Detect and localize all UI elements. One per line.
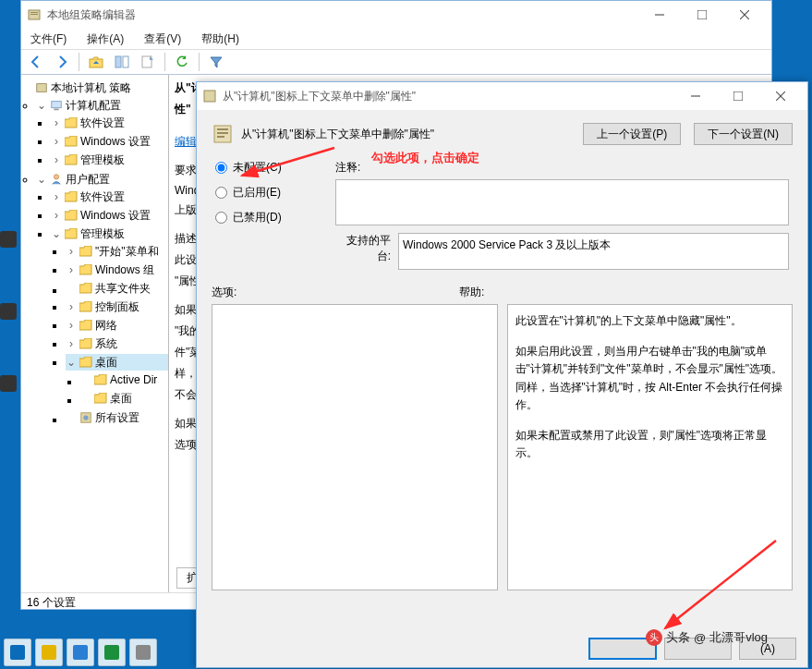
svg-rect-4 [697, 10, 707, 19]
tree-item[interactable]: 控制面板 [95, 299, 139, 315]
menubar: 文件(F) 操作(A) 查看(V) 帮助(H) [21, 29, 771, 49]
tree-item[interactable]: 网络 [95, 318, 117, 334]
tree-user-config[interactable]: 用户配置 [66, 172, 110, 188]
edit-link[interactable]: 编辑 [175, 135, 197, 148]
tree-item[interactable]: Windows 设置 [80, 134, 151, 150]
policy-icon [212, 123, 234, 145]
separator [79, 53, 79, 71]
radio-not-configured[interactable]: 未配置(C) [215, 160, 335, 176]
folder-icon [79, 283, 92, 294]
radio-label: 已启用(E) [233, 185, 281, 201]
taskbar-item[interactable] [67, 639, 94, 666]
dialog-title: 从"计算机"图标上下文菜单中删除"属性" [223, 89, 674, 104]
app-icon [27, 7, 42, 22]
folder-icon [65, 228, 78, 239]
menu-file[interactable]: 文件(F) [27, 30, 70, 49]
chevron-down-icon[interactable]: ⌄ [36, 100, 47, 111]
chevron-down-icon[interactable]: ⌄ [36, 174, 47, 185]
main-titlebar: 本地组策略编辑器 [21, 1, 771, 29]
tree-pane[interactable]: 本地计算机 策略 ⌄计算机配置 ›软件设置 ›Windows 设置 ›管理模板 … [21, 75, 169, 592]
refresh-button[interactable] [171, 51, 193, 73]
maximize-button[interactable] [717, 83, 759, 109]
taskbar-item[interactable] [4, 639, 31, 666]
annotation-text: 勾选此项，点击确定 [371, 150, 479, 166]
menu-help[interactable]: 帮助(H) [198, 30, 243, 49]
radio-enabled[interactable]: 已启用(E) [215, 185, 335, 201]
tree-item[interactable]: 管理模板 [80, 152, 125, 168]
folder-icon [94, 374, 107, 385]
watermark-icon: 头 [646, 629, 662, 646]
chevron-right-icon[interactable]: › [51, 136, 62, 147]
tree-item[interactable]: "开始"菜单和 [95, 244, 159, 260]
folder-icon [79, 320, 92, 331]
maximize-button[interactable] [681, 2, 723, 28]
svg-rect-17 [204, 91, 215, 102]
settings-icon [202, 89, 217, 103]
help-paragraph: 此设置在"计算机"的上下文菜单中隐藏"属性"。 [515, 312, 785, 330]
folder-icon [79, 357, 92, 368]
filter-button[interactable] [205, 51, 227, 73]
tree-item[interactable]: 共享文件夹 [95, 281, 151, 297]
back-button[interactable] [25, 51, 47, 73]
taskbar-item[interactable] [129, 639, 157, 666]
radio-label: 已禁用(D) [233, 210, 282, 225]
svg-rect-1 [30, 12, 38, 13]
folder-icon [65, 191, 78, 202]
taskbar-item[interactable] [98, 639, 126, 666]
folder-icon [65, 210, 78, 221]
close-button[interactable] [723, 2, 766, 28]
tree-item[interactable]: Windows 设置 [80, 208, 151, 224]
minimize-button[interactable] [638, 2, 681, 28]
watermark-at: @ [694, 631, 706, 645]
help-panel: 此设置在"计算机"的上下文菜单中隐藏"属性"。 如果启用此设置，则当用户右键单击… [507, 304, 794, 590]
radio-disabled[interactable]: 已禁用(D) [215, 210, 335, 225]
svg-rect-2 [30, 14, 38, 15]
chevron-right-icon[interactable]: › [66, 320, 77, 331]
export-button[interactable] [137, 51, 159, 73]
previous-setting-button[interactable]: 上一个设置(P) [583, 123, 681, 145]
next-setting-button[interactable]: 下一个设置(N) [694, 123, 793, 145]
tree-computer-config[interactable]: 计算机配置 [66, 98, 121, 114]
svg-point-16 [83, 415, 88, 420]
show-hide-button[interactable] [111, 51, 133, 73]
menu-view[interactable]: 查看(V) [140, 30, 185, 49]
tree-item[interactable]: 软件设置 [80, 189, 125, 205]
chevron-right-icon[interactable]: › [51, 191, 62, 202]
tree-item[interactable]: Windows 组 [95, 262, 154, 278]
close-button[interactable] [759, 83, 802, 109]
chevron-down-icon[interactable]: ⌄ [51, 228, 62, 239]
chevron-right-icon[interactable]: › [66, 338, 77, 349]
tree-root[interactable]: 本地计算机 策略 [51, 80, 131, 96]
help-label: 帮助: [459, 285, 484, 300]
tree-item[interactable]: 软件设置 [80, 116, 125, 131]
chevron-down-icon[interactable]: ⌄ [66, 357, 77, 368]
tree-item[interactable]: 系统 [95, 336, 117, 352]
tree-item[interactable]: 所有设置 [95, 410, 139, 426]
forward-button[interactable] [51, 51, 73, 73]
comment-textarea[interactable] [335, 179, 789, 225]
chevron-right-icon[interactable]: › [66, 246, 77, 257]
up-folder-button[interactable] [85, 51, 107, 73]
tree-item[interactable]: 管理模板 [80, 226, 125, 242]
options-panel [212, 304, 498, 590]
chevron-right-icon[interactable]: › [66, 301, 77, 312]
desktop-icon [0, 375, 17, 392]
taskbar-item[interactable] [35, 639, 63, 666]
folder-icon [79, 246, 92, 257]
minimize-button[interactable] [674, 83, 717, 109]
tree-item[interactable]: 桌面 [110, 391, 132, 407]
user-icon [50, 173, 63, 186]
settings-icon [79, 411, 92, 424]
chevron-right-icon[interactable]: › [66, 264, 77, 275]
svg-rect-9 [123, 56, 128, 67]
separator [199, 53, 200, 71]
chevron-right-icon[interactable]: › [51, 117, 62, 128]
tree-item[interactable]: Active Dir [110, 373, 157, 386]
chevron-right-icon[interactable]: › [51, 154, 62, 165]
folder-icon [94, 393, 107, 404]
folder-icon [65, 154, 78, 165]
tree-item-selected[interactable]: 桌面 [95, 355, 117, 371]
chevron-right-icon[interactable]: › [51, 210, 62, 221]
properties-dialog: 从"计算机"图标上下文菜单中删除"属性" 从"计算机"图标上下文菜单中删除"属性… [196, 81, 808, 668]
menu-action[interactable]: 操作(A) [83, 30, 127, 49]
